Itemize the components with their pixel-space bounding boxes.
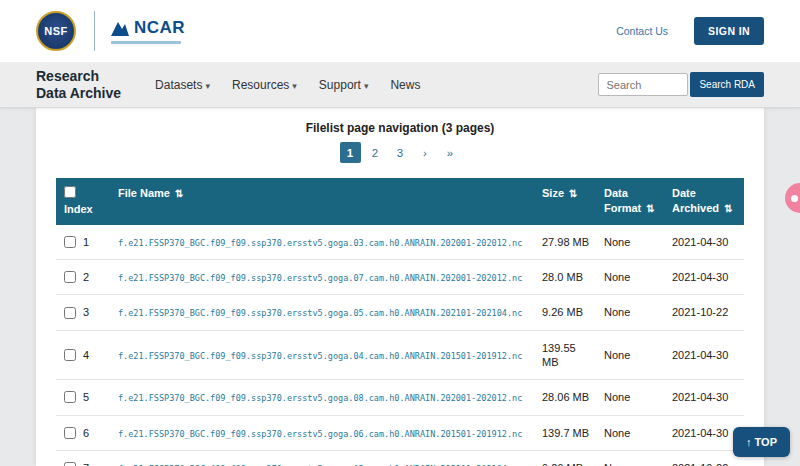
data-format: None: [596, 330, 664, 380]
pagination-page-2[interactable]: 2: [365, 142, 386, 163]
search-rda-button[interactable]: Search RDA: [690, 72, 764, 97]
sign-in-button[interactable]: SIGN IN: [694, 17, 764, 45]
file-size: 9.26 MB: [534, 450, 596, 466]
data-format: None: [596, 450, 664, 466]
data-format: None: [596, 295, 664, 330]
date-archived: 2021-10-22: [664, 295, 744, 330]
pagination-pages: 123›»: [36, 142, 764, 163]
row-index: 3: [83, 305, 89, 319]
table-row: 1f.e21.FSSP370_BGC.f09_f09.ssp370.ersstv…: [56, 225, 744, 260]
pagination-page-1[interactable]: 1: [340, 142, 361, 163]
chevron-down-icon: ▾: [364, 81, 369, 91]
date-archived: 2021-10-22: [664, 450, 744, 466]
nav-item-resources[interactable]: Resources ▾: [232, 78, 297, 92]
file-link[interactable]: f.e21.FSSP370_BGC.f09_f09.ssp370.ersstv5…: [118, 308, 522, 318]
file-link[interactable]: f.e21.FSSP370_BGC.f09_f09.ssp370.ersstv5…: [118, 393, 522, 403]
file-link[interactable]: f.e21.FSSP370_BGC.f09_f09.ssp370.ersstv5…: [118, 351, 522, 361]
filelist-card: Filelist page navigation (3 pages) 123›»…: [36, 108, 764, 466]
table-header-row: Index File Name ⇅ Size ⇅ Data Format ⇅ D…: [56, 178, 744, 225]
chevron-down-icon: ▾: [292, 81, 297, 91]
col-data-format[interactable]: Data Format ⇅: [596, 178, 664, 225]
table-row: 7f.e21.FSSP370_BGC.f09_f09.ssp370.ersstv…: [56, 450, 744, 466]
row-checkbox[interactable]: [64, 349, 76, 361]
data-format: None: [596, 415, 664, 450]
date-archived: 2021-04-30: [664, 415, 744, 450]
filelist-tbody: 1f.e21.FSSP370_BGC.f09_f09.ssp370.ersstv…: [56, 225, 744, 466]
table-row: 6f.e21.FSSP370_BGC.f09_f09.ssp370.ersstv…: [56, 415, 744, 450]
filelist-pagination-title: Filelist page navigation (3 pages): [36, 121, 764, 135]
nsf-logo: NSF: [36, 11, 76, 51]
feedback-widget-button[interactable]: [785, 183, 800, 213]
contact-us-link[interactable]: Contact Us: [616, 25, 668, 37]
file-size: 139.7 MB: [534, 415, 596, 450]
chevron-down-icon: ▾: [205, 81, 210, 91]
row-checkbox[interactable]: [64, 462, 76, 466]
row-index: 5: [83, 390, 89, 404]
row-index: 4: [83, 348, 89, 362]
pagination-last[interactable]: »: [440, 142, 461, 163]
nav-item-datasets[interactable]: Datasets ▾: [155, 78, 210, 92]
data-format: None: [596, 260, 664, 295]
pagination-page-3[interactable]: 3: [390, 142, 411, 163]
row-index: 7: [83, 461, 89, 466]
site-title-line1: Research: [36, 68, 121, 84]
search-zone: Search RDA: [598, 72, 764, 97]
col-date-archived[interactable]: Date Archived ⇅: [664, 178, 744, 225]
sort-icon: ⇅: [724, 203, 732, 214]
col-index: Index: [56, 178, 110, 225]
row-index: 2: [83, 270, 89, 284]
file-link[interactable]: f.e21.FSSP370_BGC.f09_f09.ssp370.ersstv5…: [118, 238, 522, 248]
table-row: 5f.e21.FSSP370_BGC.f09_f09.ssp370.ersstv…: [56, 380, 744, 415]
row-checkbox[interactable]: [64, 236, 76, 248]
file-link[interactable]: f.e21.FSSP370_BGC.f09_f09.ssp370.ersstv5…: [118, 273, 522, 283]
date-archived: 2021-04-30: [664, 380, 744, 415]
table-row: 3f.e21.FSSP370_BGC.f09_f09.ssp370.ersstv…: [56, 295, 744, 330]
ncar-tagline: [111, 41, 181, 44]
nav-menu: Datasets ▾ Resources ▾ Support ▾ News: [155, 78, 420, 92]
file-size: 28.0 MB: [534, 260, 596, 295]
arrow-up-icon: ↑: [746, 436, 752, 448]
row-checkbox[interactable]: [64, 307, 76, 319]
col-size[interactable]: Size ⇅: [534, 178, 596, 225]
nav-item-news[interactable]: News: [390, 78, 420, 92]
row-checkbox[interactable]: [64, 391, 76, 403]
main-nav-bar: Research Data Archive Datasets ▾ Resourc…: [0, 62, 800, 108]
file-size: 9.26 MB: [534, 295, 596, 330]
site-title-line2: Data Archive: [36, 85, 121, 101]
file-link[interactable]: f.e21.FSSP370_BGC.f09_f09.ssp370.ersstv5…: [118, 429, 522, 439]
pagination-next[interactable]: ›: [415, 142, 436, 163]
sort-icon: ⇅: [646, 203, 654, 214]
search-input[interactable]: [598, 73, 688, 96]
top-bar: NSF NCAR Contact Us SIGN IN: [0, 0, 800, 62]
select-all-checkbox[interactable]: [64, 186, 76, 198]
file-size: 139.55 MB: [534, 330, 596, 380]
row-checkbox[interactable]: [64, 271, 76, 283]
table-row: 2f.e21.FSSP370_BGC.f09_f09.ssp370.ersstv…: [56, 260, 744, 295]
col-file-name[interactable]: File Name ⇅: [110, 178, 534, 225]
table-row: 4f.e21.FSSP370_BGC.f09_f09.ssp370.ersstv…: [56, 330, 744, 380]
site-title: Research Data Archive: [36, 68, 121, 100]
row-checkbox[interactable]: [64, 427, 76, 439]
filelist-table: Index File Name ⇅ Size ⇅ Data Format ⇅ D…: [56, 178, 744, 466]
date-archived: 2021-04-30: [664, 225, 744, 260]
date-archived: 2021-04-30: [664, 330, 744, 380]
data-format: None: [596, 380, 664, 415]
row-index: 1: [83, 235, 89, 249]
date-archived: 2021-04-30: [664, 260, 744, 295]
feedback-dot-icon: [791, 195, 798, 202]
ncar-mountain-icon: [111, 20, 129, 36]
nav-item-support[interactable]: Support ▾: [319, 78, 369, 92]
row-index: 6: [83, 426, 89, 440]
back-to-top-button[interactable]: ↑ TOP: [733, 427, 790, 457]
col-index-label: Index: [64, 202, 102, 217]
file-size: 27.98 MB: [534, 225, 596, 260]
nsf-logo-text: NSF: [44, 25, 68, 37]
data-format: None: [596, 225, 664, 260]
ncar-logo-text: NCAR: [134, 18, 185, 38]
ncar-logo: NCAR: [94, 11, 185, 51]
sort-icon: ⇅: [569, 188, 577, 199]
file-size: 28.06 MB: [534, 380, 596, 415]
sort-icon: ⇅: [175, 188, 183, 199]
